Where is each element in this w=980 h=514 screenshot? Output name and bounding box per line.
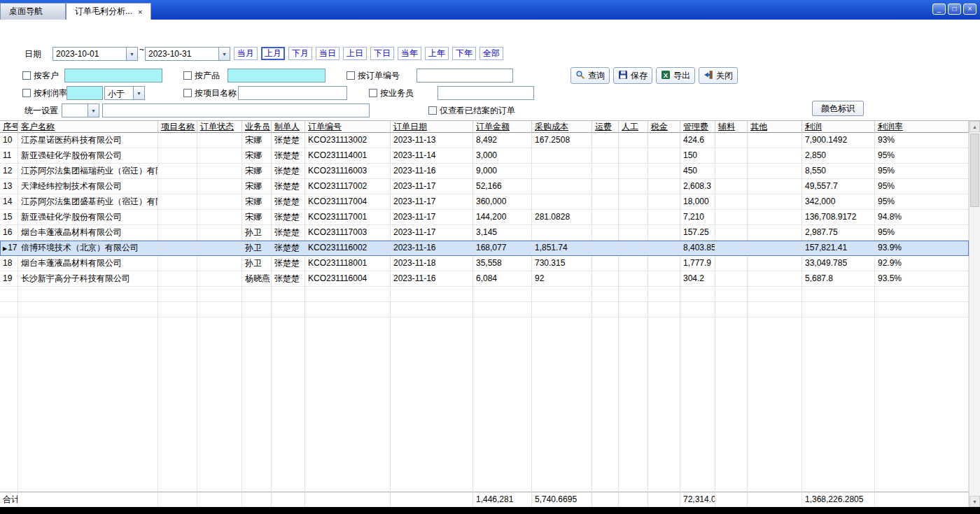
table-row[interactable]: 11新亚强硅化学股份有限公司宋娜张楚楚KCO2311140012023-11-1… bbox=[0, 148, 969, 164]
chevron-down-icon[interactable]: ▼ bbox=[126, 48, 137, 60]
tab-order-profit-analysis[interactable]: 订单毛利分析... × bbox=[66, 3, 151, 20]
chevron-down-icon[interactable]: ▼ bbox=[133, 87, 144, 99]
table-cell bbox=[715, 148, 748, 164]
table-row[interactable]: 18烟台丰蓬液晶材料有限公司孙卫张楚楚KCO2311180012023-11-1… bbox=[0, 256, 969, 271]
table-row[interactable]: 14江苏阿尔法集团盛基药业（宿迁）有限公司宋娜张楚楚KCO23111700420… bbox=[0, 194, 969, 210]
unified-setting-input[interactable] bbox=[102, 103, 370, 117]
restore-button[interactable]: □ bbox=[948, 3, 961, 15]
column-header[interactable]: 人工 bbox=[619, 121, 648, 133]
table-cell: 张楚楚 bbox=[272, 225, 305, 241]
column-header[interactable]: 辅料 bbox=[715, 121, 748, 133]
quick-link-8[interactable]: 上年 bbox=[425, 47, 449, 60]
filter-by-product-checkbox[interactable]: 按产品 bbox=[183, 69, 220, 83]
table-cell bbox=[592, 148, 619, 164]
table-cell bbox=[748, 241, 802, 256]
table-cell bbox=[619, 225, 648, 241]
button-label: 关闭 bbox=[716, 70, 733, 82]
tab-bar: 桌面导航 订单毛利分析... × _ □ × bbox=[0, 0, 980, 20]
project-name-input[interactable] bbox=[238, 86, 347, 100]
salesperson-input[interactable] bbox=[438, 86, 534, 100]
close-form-button[interactable]: 关闭 bbox=[699, 67, 738, 84]
export-button[interactable]: X 导出 bbox=[656, 67, 695, 84]
minimize-button[interactable]: _ bbox=[932, 3, 946, 15]
filter-by-margin-checkbox[interactable]: 按利润率 bbox=[22, 86, 67, 100]
margin-value-input[interactable] bbox=[66, 86, 103, 100]
column-header[interactable]: 税金 bbox=[648, 121, 680, 133]
quick-link-5[interactable]: 上日 bbox=[343, 47, 367, 60]
column-header[interactable]: 项目名称 bbox=[158, 121, 197, 133]
checkbox-icon[interactable] bbox=[22, 71, 31, 80]
checkbox-icon[interactable] bbox=[428, 106, 437, 115]
table-cell: 8,492 bbox=[473, 133, 532, 148]
table-cell: 157,821.41 bbox=[802, 241, 875, 256]
table-cell: 16 bbox=[0, 225, 18, 241]
quick-link-2[interactable]: 上月 bbox=[261, 47, 285, 60]
chevron-down-icon[interactable]: ▼ bbox=[88, 104, 99, 117]
closed-orders-only-checkbox[interactable]: 仅查看已结案的订单 bbox=[428, 103, 515, 117]
table-row[interactable]: 10江苏星诺医药科技有限公司宋娜张楚楚KCO2311130022023-11-1… bbox=[0, 133, 969, 148]
quick-link-9[interactable]: 下年 bbox=[452, 47, 476, 60]
chevron-down-icon[interactable]: ▼ bbox=[218, 48, 230, 60]
checkbox-icon[interactable] bbox=[346, 71, 355, 80]
scroll-down-icon[interactable]: ▼ bbox=[969, 496, 980, 507]
column-header[interactable]: 其他 bbox=[748, 121, 802, 133]
product-input[interactable] bbox=[227, 69, 326, 83]
column-header[interactable]: 订单日期 bbox=[391, 121, 473, 133]
total-cell bbox=[197, 492, 242, 507]
quick-link-10[interactable]: 全部 bbox=[479, 47, 503, 60]
filter-by-salesperson-checkbox[interactable]: 按业务员 bbox=[369, 86, 414, 100]
table-row[interactable]: 19长沙新宇高分子科技有限公司杨晓燕张楚楚KCO2311160042023-11… bbox=[0, 271, 969, 287]
filter-by-customer-checkbox[interactable]: 按客户 bbox=[22, 69, 59, 83]
table-row[interactable]: 13天津经纬控制技术有限公司宋娜张楚楚KCO2311170022023-11-1… bbox=[0, 179, 969, 194]
checkbox-icon[interactable] bbox=[183, 71, 192, 80]
margin-operator-select[interactable]: 小于 ▼ bbox=[104, 86, 145, 100]
order-no-input[interactable] bbox=[416, 69, 513, 83]
table-cell bbox=[197, 225, 242, 241]
table-cell: 天津经纬控制技术有限公司 bbox=[18, 179, 158, 194]
tab-desktop-navigation[interactable]: 桌面导航 bbox=[0, 3, 66, 20]
quick-link-6[interactable]: 下日 bbox=[370, 47, 394, 60]
date-to-select[interactable]: 2023-10-31 ▼ bbox=[145, 47, 230, 61]
close-button[interactable]: × bbox=[963, 3, 976, 15]
table-cell bbox=[715, 179, 748, 194]
scrollbar-thumb[interactable] bbox=[970, 134, 979, 207]
column-header[interactable]: 管理费 bbox=[680, 121, 715, 133]
filter-by-order-no-checkbox[interactable]: 按订单编号 bbox=[346, 69, 400, 83]
column-header[interactable]: 订单金额 bbox=[473, 121, 532, 133]
table-cell bbox=[158, 302, 197, 317]
quick-link-4[interactable]: 当日 bbox=[316, 47, 340, 60]
table-row[interactable]: 16烟台丰蓬液晶材料有限公司孙卫张楚楚KCO2311170032023-11-1… bbox=[0, 225, 969, 241]
quick-link-7[interactable]: 当年 bbox=[398, 47, 421, 60]
table-row[interactable]: ▶17倍博环境技术（北京）有限公司孙卫张楚楚KCO2311160022023-1… bbox=[0, 241, 969, 256]
table-cell bbox=[715, 225, 748, 241]
table-cell: 张楚楚 bbox=[272, 164, 305, 179]
color-mark-button[interactable]: 颜色标识 bbox=[812, 101, 864, 116]
column-header[interactable]: 采购成本 bbox=[532, 121, 592, 133]
column-header[interactable]: 运费 bbox=[592, 121, 619, 133]
column-header[interactable]: 客户名称 bbox=[18, 121, 158, 133]
quick-link-1[interactable]: 当月 bbox=[234, 47, 258, 60]
query-button[interactable]: 查询 bbox=[570, 67, 610, 84]
unified-setting-select[interactable]: ▼ bbox=[62, 103, 99, 117]
vertical-scrollbar[interactable]: ▲ ▼ bbox=[969, 121, 980, 507]
table-row[interactable]: 15新亚强硅化学股份有限公司宋娜张楚楚KCO2311170012023-11-1… bbox=[0, 210, 969, 225]
column-header[interactable]: 利润 bbox=[802, 121, 875, 133]
filter-by-project-checkbox[interactable]: 按项目名称 bbox=[183, 86, 237, 100]
scroll-up-icon[interactable]: ▲ bbox=[969, 121, 980, 132]
column-header[interactable]: 制单人 bbox=[272, 121, 305, 133]
tab-close-icon[interactable]: × bbox=[138, 8, 142, 16]
checkbox-icon[interactable] bbox=[22, 89, 31, 97]
date-from-select[interactable]: 2023-10-01 ▼ bbox=[52, 47, 138, 61]
checkbox-icon[interactable] bbox=[369, 89, 377, 97]
table-cell: KCO231117003 bbox=[305, 225, 391, 241]
save-button[interactable]: 保存 bbox=[613, 67, 652, 84]
customer-input[interactable] bbox=[64, 69, 162, 83]
table-row[interactable]: 12江苏阿尔法集团福瑞药业（宿迁）有限公司宋娜张楚楚KCO23111600320… bbox=[0, 164, 969, 179]
column-header[interactable]: 序号 bbox=[0, 121, 18, 133]
column-header[interactable]: 业务员 bbox=[242, 121, 272, 133]
quick-link-3[interactable]: 下月 bbox=[288, 47, 312, 60]
column-header[interactable]: 订单编号 bbox=[305, 121, 391, 133]
column-header[interactable]: 订单状态 bbox=[197, 121, 242, 133]
checkbox-icon[interactable] bbox=[183, 89, 192, 97]
column-header[interactable]: 利润率 bbox=[875, 121, 969, 133]
